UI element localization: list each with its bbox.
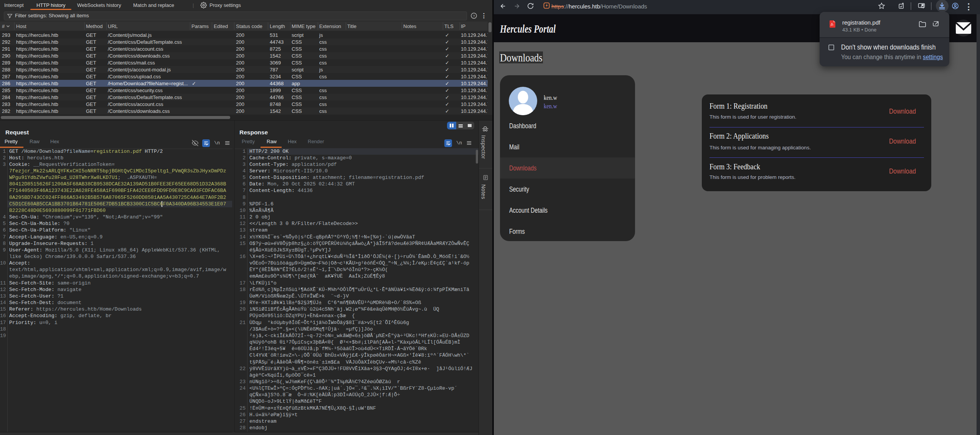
svg-text:?: ? xyxy=(473,14,475,18)
